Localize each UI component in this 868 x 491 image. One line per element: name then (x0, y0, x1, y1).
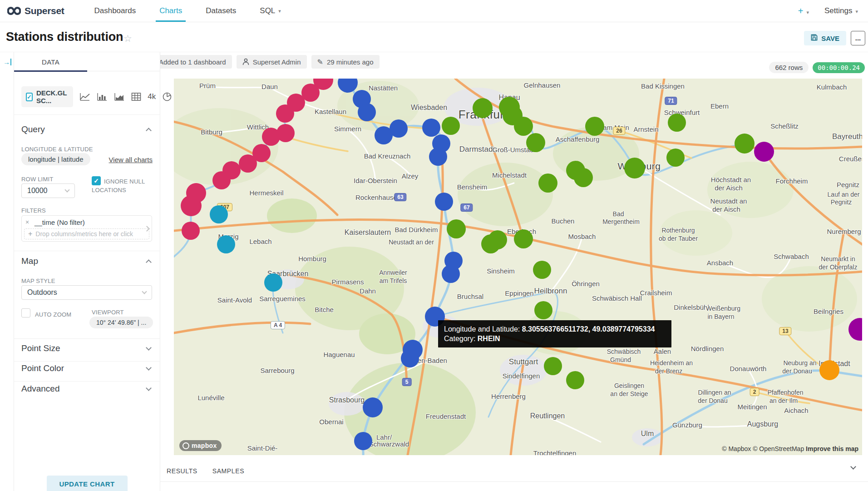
station-point[interactable] (514, 229, 533, 248)
query-collapse-icon[interactable] (146, 128, 152, 134)
tab-samples[interactable]: SAMPLES (212, 467, 244, 475)
map-city-label: Nastätten (369, 84, 398, 92)
station-point[interactable] (358, 103, 376, 121)
station-point[interactable] (819, 360, 839, 380)
point-size-expand-icon[interactable] (146, 345, 152, 351)
point-size-section[interactable]: Point Size (21, 343, 60, 353)
station-point[interactable] (544, 357, 562, 375)
map-section-title[interactable]: Map (21, 256, 38, 266)
station-point[interactable] (442, 117, 460, 135)
update-chart-button[interactable]: UPDATE CHART (46, 476, 127, 491)
table-icon[interactable] (131, 92, 141, 101)
tab-results[interactable]: RESULTS (167, 467, 197, 475)
map-style-select[interactable]: Outdoors (21, 285, 152, 300)
station-point[interactable] (363, 397, 383, 417)
nav-sql[interactable]: SQL▾ (248, 0, 293, 22)
nav-datasets[interactable]: Datasets (194, 0, 248, 22)
view-all-charts-link[interactable]: View all charts (109, 156, 153, 164)
line-chart-icon[interactable] (79, 92, 90, 101)
station-point[interactable] (239, 154, 257, 173)
save-button[interactable]: SAVE (804, 31, 846, 45)
station-point[interactable] (566, 371, 584, 389)
station-point[interactable] (401, 349, 419, 367)
time-filter-chip[interactable]: × __time (No filter) (22, 216, 152, 228)
station-point[interactable] (534, 301, 552, 319)
results-collapse-button[interactable] (851, 462, 855, 471)
station-point[interactable] (447, 219, 466, 238)
map-city-label: Ebern (710, 102, 729, 110)
row-limit-select[interactable]: 10000 (21, 184, 75, 198)
station-point[interactable] (264, 273, 282, 292)
pencil-icon: ✎ (317, 58, 323, 66)
station-point[interactable] (754, 142, 774, 162)
tab-data[interactable]: DATA (14, 52, 87, 71)
station-point[interactable] (217, 235, 235, 253)
big-number-icon[interactable]: 4k (148, 92, 156, 101)
map-city-label: Dillingen an (698, 389, 731, 396)
station-point[interactable] (666, 149, 685, 167)
station-point[interactable] (354, 432, 372, 450)
deckgl-map[interactable]: PrümDaunNastättenGelnhausenBad Kissingen… (174, 79, 862, 455)
favorite-star-icon[interactable]: ☆ (123, 33, 132, 44)
station-point[interactable] (212, 171, 231, 189)
road-shield: 71 (665, 97, 677, 105)
point-color-section[interactable]: Point Color (21, 363, 64, 373)
owner-badge[interactable]: Superset Admin (237, 55, 307, 69)
map-city-label: Herrenberg (491, 392, 526, 400)
nav-dashboards[interactable]: Dashboards (82, 0, 148, 22)
station-point[interactable] (526, 133, 545, 152)
station-point[interactable] (538, 174, 557, 193)
improve-map-link[interactable]: Improve this map (806, 445, 858, 452)
station-point[interactable] (422, 119, 440, 137)
station-point[interactable] (585, 117, 604, 136)
station-point[interactable] (435, 193, 453, 211)
station-point[interactable] (390, 119, 408, 138)
map-city-label: Daun (261, 83, 278, 90)
station-point[interactable] (473, 98, 493, 118)
viewport-chip[interactable]: 10° 24' 49.86" | ... (89, 317, 153, 328)
station-point[interactable] (624, 158, 645, 179)
advanced-expand-icon[interactable] (146, 385, 152, 391)
station-point[interactable] (429, 148, 447, 166)
superset-logo[interactable]: Superset (7, 5, 64, 16)
station-point[interactable] (488, 230, 507, 249)
station-point[interactable] (262, 128, 280, 146)
map-city-label: Obernai (319, 418, 343, 426)
settings-menu[interactable]: Settings▾ (824, 6, 858, 15)
map-city-label: Mergentheim (602, 218, 640, 225)
mapbox-logo[interactable]: mapbox (179, 440, 222, 451)
map-city-label: Schwäbisch Hall (592, 294, 642, 302)
ignore-null-checkbox[interactable]: ✓ (92, 176, 101, 185)
pie-chart-icon[interactable] (162, 92, 172, 102)
advanced-section[interactable]: Advanced (21, 384, 60, 394)
station-point[interactable] (735, 134, 755, 154)
bar-chart-icon[interactable] (97, 92, 108, 101)
station-point[interactable] (533, 261, 551, 279)
remove-filter-icon[interactable]: × (25, 218, 35, 226)
auto-zoom-checkbox[interactable] (21, 308, 30, 317)
superset-explore-page: Superset Dashboards Charts Datasets SQL▾… (0, 0, 868, 491)
area-chart-icon[interactable] (114, 92, 125, 101)
station-point[interactable] (182, 222, 200, 240)
more-options-button[interactable]: ... (851, 31, 865, 45)
station-point[interactable] (442, 265, 460, 283)
map-collapse-icon[interactable] (146, 259, 152, 265)
map-city-label: Saint-Avold (217, 296, 252, 304)
mapbox-attribution-link[interactable]: © Mapbox (722, 445, 753, 452)
query-section-title[interactable]: Query (21, 124, 45, 134)
point-color-expand-icon[interactable] (146, 365, 152, 371)
station-point[interactable] (276, 104, 294, 123)
viz-type-chip[interactable]: ✓ DECK.GL SC... (21, 86, 73, 107)
filter-drop-zone[interactable]: + Drop columns/metrics here or click (24, 228, 149, 239)
expand-datasource-icon[interactable]: → (3, 59, 11, 65)
station-point[interactable] (574, 168, 593, 187)
osm-attribution-link[interactable]: © OpenStreetMap (753, 445, 806, 452)
last-modified-badge[interactable]: ✎ 29 minutes ago (311, 55, 380, 69)
station-point[interactable] (181, 195, 202, 216)
station-point[interactable] (514, 117, 533, 136)
station-point[interactable] (210, 205, 228, 223)
lonlat-chip[interactable]: longitude | latitude (21, 153, 90, 165)
station-point[interactable] (668, 114, 686, 132)
new-item-button[interactable]: +▾ (798, 6, 809, 16)
nav-charts[interactable]: Charts (148, 0, 194, 22)
